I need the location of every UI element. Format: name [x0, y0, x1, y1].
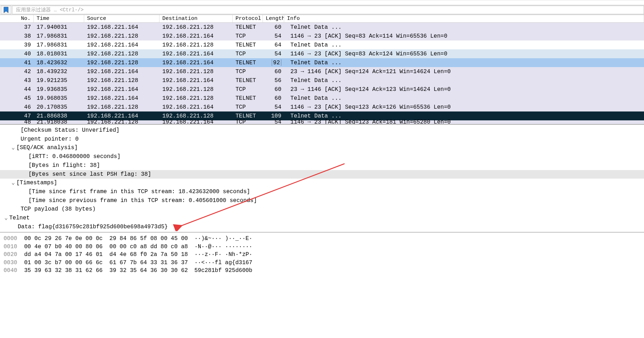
- packet-row[interactable]: 4419.936835192.168.221.164192.168.221.12…: [0, 85, 644, 94]
- cell-protocol: TELNET: [233, 77, 263, 84]
- detail-time-since-first[interactable]: [Time since first frame in this TCP stre…: [0, 187, 644, 196]
- col-header-no[interactable]: No.: [0, 15, 34, 22]
- cell-time: 19.921235: [34, 77, 84, 84]
- cell-no: 39: [0, 42, 34, 48]
- hex-row[interactable]: 0020dd a4 04 7a 00 17 46 01 d4 4e 68 f0 …: [4, 251, 644, 259]
- cell-length: 54: [263, 119, 284, 124]
- packet-row[interactable]: 4218.439232192.168.221.164192.168.221.12…: [0, 67, 644, 76]
- cell-length: 60: [263, 69, 284, 75]
- cell-destination: 192.168.221.128: [159, 113, 233, 119]
- cell-info: Telnet Data ...: [284, 95, 644, 102]
- packet-list-header[interactable]: No. Time Source Destination Protocol Len…: [0, 15, 644, 23]
- hex-row[interactable]: 004035 39 63 32 38 31 62 66 39 32 35 64 …: [4, 267, 644, 275]
- packet-row[interactable]: 3717.940031192.168.221.164192.168.221.12…: [0, 23, 644, 32]
- cell-destination: 192.168.221.164: [159, 104, 233, 110]
- hex-bytes: 35 39 63 32 38 31 62 66 39 32 35 64 36 3…: [24, 267, 188, 275]
- cell-length: 54: [263, 104, 284, 110]
- hex-bytes: 00 4e 07 b0 40 00 80 06 00 00 c0 a8 dd 8…: [24, 243, 188, 251]
- detail-seq-ack[interactable]: ⌄[SEQ/ACK analysis]: [0, 143, 644, 152]
- packet-row[interactable]: 4821.918038192.168.221.128192.168.221.16…: [0, 120, 644, 124]
- cell-protocol: TELNET: [233, 42, 263, 48]
- hex-ascii: 59c281bf 925d600b: [188, 267, 644, 275]
- toolbar-stub: [0, 0, 644, 5]
- hex-row[interactable]: 000000 0c 29 26 7e 0e 00 0c 29 84 86 5f …: [4, 235, 644, 243]
- filter-bar: [0, 5, 644, 15]
- col-header-protocol[interactable]: Protocol: [233, 15, 263, 22]
- cell-protocol: TELNET: [233, 60, 263, 66]
- cell-protocol: TELNET: [233, 95, 263, 102]
- cell-time: 21.918038: [34, 119, 84, 124]
- hex-row[interactable]: 001000 4e 07 b0 40 00 80 06 00 00 c0 a8 …: [4, 243, 644, 251]
- cell-info: 23 → 1146 [ACK] Seq=124 Ack=123 Win=1462…: [284, 86, 644, 93]
- detail-telnet-data[interactable]: Data: flag{d316759c281bf925d600be698a497…: [0, 223, 644, 231]
- cell-no: 44: [0, 86, 34, 93]
- col-header-source[interactable]: Source: [84, 15, 159, 22]
- detail-checksum-status[interactable]: [Checksum Status: Unverified]: [0, 126, 644, 135]
- detail-bytes-since-psh[interactable]: [Bytes sent since last PSH flag: 38]: [0, 170, 644, 179]
- cell-destination: 192.168.221.164: [159, 77, 233, 84]
- col-header-length[interactable]: Length: [263, 15, 284, 22]
- cell-protocol: TCP: [233, 119, 263, 124]
- packet-row[interactable]: 4118.423632192.168.221.128192.168.221.16…: [0, 58, 644, 67]
- cell-no: 42: [0, 69, 34, 75]
- cell-time: 17.940031: [34, 24, 84, 31]
- detail-irtt[interactable]: [iRTT: 0.046800000 seconds]: [0, 152, 644, 161]
- cell-info: 1146 → 23 [ACK] Seq=83 Ack=124 Win=65536…: [284, 51, 644, 57]
- hex-offset: 0030: [4, 259, 24, 267]
- hex-offset: 0010: [4, 243, 24, 251]
- display-filter-input[interactable]: [12, 6, 644, 14]
- packet-row[interactable]: 4519.968035192.168.221.164192.168.221.12…: [0, 94, 644, 103]
- hex-offset: 0000: [4, 235, 24, 243]
- cell-time: 20.170835: [34, 104, 84, 110]
- hex-row[interactable]: 003001 00 3c b7 00 00 66 6c 61 67 7b 64 …: [4, 259, 644, 267]
- packet-row[interactable]: 4620.170835192.168.221.128192.168.221.16…: [0, 103, 644, 111]
- chevron-down-icon[interactable]: ⌄: [10, 143, 16, 152]
- cell-info: 23 → 1146 [ACK] Seq=124 Ack=121 Win=1462…: [284, 69, 644, 75]
- detail-time-since-prev[interactable]: [Time since previous frame in this TCP s…: [0, 196, 644, 205]
- cell-source: 192.168.221.128: [84, 60, 159, 66]
- col-header-destination[interactable]: Destination: [159, 15, 233, 22]
- cell-info: Telnet Data ...: [284, 24, 644, 31]
- packet-details-pane[interactable]: [Checksum Status: Unverified] Urgent poi…: [0, 124, 644, 232]
- cell-source: 192.168.221.128: [84, 104, 159, 110]
- cell-source: 192.168.221.164: [84, 42, 159, 48]
- bookmark-icon: [4, 7, 9, 13]
- packet-row[interactable]: 3817.986831192.168.221.128192.168.221.16…: [0, 32, 644, 40]
- chevron-down-icon[interactable]: ⌄: [3, 214, 9, 223]
- cell-time: 17.986831: [34, 33, 84, 39]
- cell-no: 37: [0, 24, 34, 31]
- hex-dump-pane[interactable]: 000000 0c 29 26 7e 0e 00 0c 29 84 86 5f …: [0, 232, 644, 338]
- col-header-time[interactable]: Time: [34, 15, 84, 22]
- chevron-down-icon[interactable]: ⌄: [10, 179, 16, 187]
- detail-bytes-in-flight[interactable]: [Bytes in flight: 38]: [0, 161, 644, 170]
- detail-timestamps[interactable]: ⌄[Timestamps]: [0, 179, 644, 187]
- detail-telnet[interactable]: ⌄Telnet: [0, 214, 644, 223]
- cell-length: 54: [263, 51, 284, 57]
- cell-info: Telnet Data ...: [284, 113, 644, 119]
- cell-protocol: TCP: [233, 69, 263, 75]
- cell-protocol: TCP: [233, 33, 263, 39]
- cell-length: 64: [263, 42, 284, 48]
- hex-ascii: ··<···fl ag{d3167: [188, 259, 644, 267]
- cell-source: 192.168.221.164: [84, 69, 159, 75]
- cell-source: 192.168.221.128: [84, 33, 159, 39]
- bookmark-button[interactable]: [1, 6, 11, 14]
- cell-source: 192.168.221.164: [84, 95, 159, 102]
- cell-length: 109: [263, 113, 284, 119]
- col-header-info[interactable]: Info: [284, 15, 644, 22]
- hex-ascii: ··)&~··· )··_··E·: [188, 235, 644, 243]
- cell-no: 43: [0, 77, 34, 84]
- cell-length: 60: [263, 24, 284, 31]
- cell-destination: 192.168.221.128: [159, 24, 233, 31]
- packet-row[interactable]: 4018.018031192.168.221.128192.168.221.16…: [0, 49, 644, 58]
- cell-protocol: TELNET: [233, 113, 263, 119]
- cell-length: 54: [263, 33, 284, 39]
- cell-protocol: TCP: [233, 51, 263, 57]
- detail-tcp-payload[interactable]: TCP payload (38 bytes): [0, 205, 644, 214]
- hex-ascii: ·N··@··· ········: [188, 243, 644, 251]
- detail-urgent-pointer[interactable]: Urgent pointer: 0: [0, 135, 644, 144]
- cell-destination: 192.168.221.128: [159, 69, 233, 75]
- packet-row[interactable]: 3917.986831192.168.221.164192.168.221.12…: [0, 40, 644, 49]
- packet-list-body[interactable]: 3717.940031192.168.221.164192.168.221.12…: [0, 23, 644, 124]
- packet-row[interactable]: 4319.921235192.168.221.128192.168.221.16…: [0, 76, 644, 85]
